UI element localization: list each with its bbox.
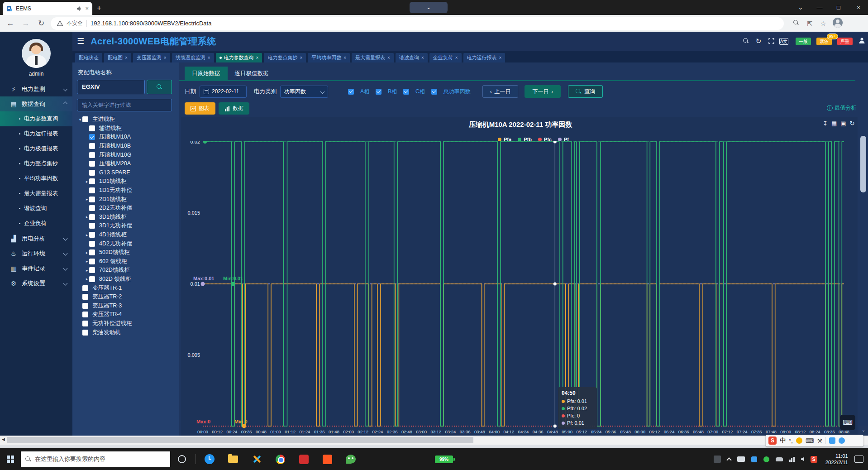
user-icon[interactable]	[855, 37, 868, 45]
sidebar-item-用电分析[interactable]: ▟用电分析	[0, 231, 72, 246]
tree-item-变压器TR-1[interactable]: 变压器TR-1	[72, 283, 179, 293]
window-icon[interactable]: ▣	[840, 120, 846, 127]
browser-dropdown-button[interactable]: ⌄	[410, 2, 448, 13]
wechat-icon[interactable]	[339, 448, 362, 470]
tree-checkbox[interactable]	[89, 232, 95, 238]
tree-item-3D1馈线柜[interactable]: ▸3D1馈线柜	[72, 213, 179, 222]
clock-app-icon[interactable]	[205, 454, 215, 464]
tree-item-变压器TR-4[interactable]: 变压器TR-4	[72, 310, 179, 319]
tree-checkbox[interactable]	[82, 321, 88, 326]
checkbox-icon[interactable]	[431, 89, 437, 95]
date-input[interactable]: 2022-02-11	[200, 86, 247, 98]
chart-view-button[interactable]: 图表	[185, 102, 215, 115]
vehicle-icon[interactable]	[776, 457, 783, 461]
phase-checkbox-A相[interactable]: A相	[348, 88, 369, 96]
keyboard-icon[interactable]: ⌨	[806, 437, 814, 444]
user-avatar[interactable]	[22, 39, 51, 68]
notification-icon[interactable]	[854, 456, 863, 463]
data-view-button[interactable]: 数据	[219, 102, 249, 115]
tree-arrow-icon[interactable]: ▸	[85, 215, 89, 219]
sidebar-item-数据查询[interactable]: ▤数据查询	[0, 96, 72, 111]
url-text[interactable]: 192.168.1.100:8090/3000WEBV2/ElectricDat…	[91, 20, 211, 27]
query-button[interactable]: 查询	[568, 85, 603, 98]
file-explorer-icon[interactable]	[228, 456, 238, 463]
sogou-tray-icon[interactable]: S	[811, 456, 817, 463]
tab-close-icon[interactable]: ×	[164, 55, 167, 60]
tree-arrow-icon[interactable]: ▾	[78, 117, 82, 122]
tree-checkbox[interactable]	[89, 214, 95, 220]
tab-企业负荷[interactable]: 企业负荷×	[429, 53, 462, 62]
start-button[interactable]	[0, 456, 21, 463]
tree-item-压缩机M10B[interactable]: 压缩机M10B	[72, 142, 179, 151]
blue-app-tray-icon[interactable]	[751, 456, 757, 462]
tree-checkbox[interactable]	[89, 134, 95, 140]
sidebar-subitem-谐波查询[interactable]: 谐波查询	[0, 201, 72, 216]
tree-checkbox[interactable]	[89, 259, 95, 264]
taskbar-search[interactable]: 在这里输入你要搜索的内容	[21, 451, 170, 467]
reload-chart-icon[interactable]: ↻	[850, 120, 855, 127]
cortana-icon[interactable]	[170, 448, 194, 470]
tree-checkbox[interactable]	[89, 197, 95, 202]
wechat-icon[interactable]	[346, 455, 356, 464]
tree-item-G13 SPARE[interactable]: G13 SPARE	[72, 168, 179, 177]
sidebar-subitem-电力运行报表[interactable]: 电力运行报表	[0, 126, 72, 141]
back-icon[interactable]: ←	[3, 19, 18, 28]
subtab-日原始数据[interactable]: 日原始数据	[185, 67, 228, 80]
checkbox-icon[interactable]	[348, 89, 354, 95]
chinese-mode-icon[interactable]: 中	[780, 436, 786, 445]
sidebar-subitem-最大需量报表[interactable]: 最大需量报表	[0, 186, 72, 201]
tree-checkbox[interactable]	[89, 143, 95, 149]
tab-电力运行报表[interactable]: 电力运行报表×	[463, 53, 506, 62]
tree-checkbox[interactable]	[89, 187, 95, 193]
chrome-icon[interactable]	[268, 448, 292, 470]
x-app-icon[interactable]	[245, 448, 268, 470]
tab-close-icon[interactable]: ×	[256, 55, 259, 60]
tree-checkbox[interactable]	[89, 178, 95, 184]
tree-checkbox[interactable]	[89, 241, 95, 247]
sidebar-item-系统设置[interactable]: ⚙系统设置	[0, 276, 72, 291]
next-day-button[interactable]: 下一日›	[525, 85, 561, 98]
fullscreen-icon[interactable]	[765, 38, 777, 45]
tree-item-702D馈线柜[interactable]: ▸702D馈线柜	[72, 266, 179, 275]
tree-item-无功补偿进线柜[interactable]: 无功补偿进线柜	[72, 319, 179, 328]
subtab-逐日极值数据[interactable]: 逐日极值数据	[228, 67, 276, 80]
security-label[interactable]: 不安全	[67, 19, 83, 27]
hamburger-icon[interactable]: ☰	[77, 36, 84, 46]
tree-checkbox[interactable]	[82, 116, 88, 122]
tree-arrow-icon[interactable]: ▸	[85, 259, 89, 264]
green-app-tray-icon[interactable]	[763, 456, 769, 462]
tree-arrow-icon[interactable]: ▸	[85, 250, 89, 255]
browser-profile-avatar[interactable]	[833, 18, 843, 29]
clock-app-icon[interactable]	[198, 448, 221, 470]
tree-item-变压器TR-3[interactable]: 变压器TR-3	[72, 301, 179, 310]
scroll-left-arrow[interactable]: ◄	[1, 436, 6, 442]
reload-icon[interactable]: ↻	[33, 19, 49, 28]
bookmark-star-icon[interactable]: ☆	[816, 20, 830, 27]
tree-checkbox[interactable]	[82, 312, 88, 317]
tree-checkbox[interactable]	[89, 267, 95, 273]
translate-icon[interactable]: A文	[779, 38, 788, 45]
tree-filter-input[interactable]: 输入关键字进行过滤	[77, 99, 172, 111]
tab-电力参数查询[interactable]: 电力参数查询×	[216, 53, 262, 62]
sidebar-subitem-平均功率因数[interactable]: 平均功率因数	[0, 171, 72, 186]
file-explorer-icon[interactable]	[221, 448, 245, 470]
tab-谐波查询[interactable]: 谐波查询×	[396, 53, 428, 62]
ime-blue-icon-1[interactable]	[829, 437, 835, 444]
tree-item-柴油发动机[interactable]: 柴油发动机	[72, 328, 179, 337]
tree-item-4D1馈线柜[interactable]: ▸4D1馈线柜	[72, 230, 179, 240]
minimize-button[interactable]: —	[810, 0, 829, 15]
grid-icon[interactable]: ▦	[831, 120, 837, 127]
sidebar-subitem-电力极值报表[interactable]: 电力极值报表	[0, 141, 72, 156]
tree-item-602 馈线柜[interactable]: ▸602 馈线柜	[72, 257, 179, 266]
tree-checkbox[interactable]	[89, 152, 95, 158]
toolbox-icon[interactable]: ⚒	[817, 437, 823, 444]
punctuation-icon[interactable]: °,	[789, 437, 793, 444]
phase-checkbox-C相[interactable]: C相	[403, 88, 425, 96]
tab-close-icon[interactable]: ×	[499, 55, 502, 60]
tab-平均功率因数[interactable]: 平均功率因数×	[308, 53, 350, 62]
tree-checkbox[interactable]	[82, 303, 88, 309]
alarm-button-严重[interactable]: 严重	[837, 38, 853, 45]
tab-close-icon[interactable]: ×	[455, 55, 458, 60]
tree-checkbox[interactable]	[82, 285, 88, 291]
x-app-icon[interactable]	[252, 455, 261, 464]
